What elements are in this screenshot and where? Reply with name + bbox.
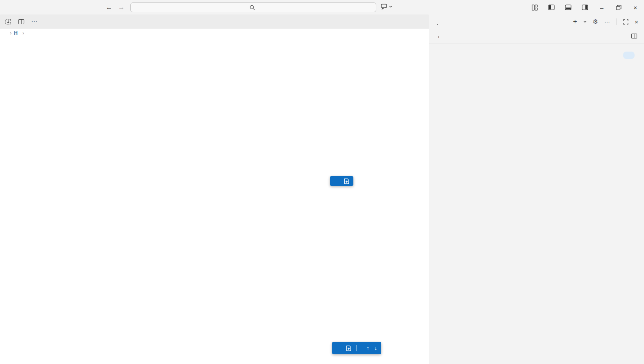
diff-widget-global: ↑ ↓ xyxy=(332,342,381,354)
close-window-icon[interactable]: × xyxy=(631,3,640,12)
back-icon[interactable]: ← xyxy=(437,32,443,40)
toggle-sidebar-right-icon[interactable] xyxy=(580,3,589,12)
divider xyxy=(617,18,617,25)
chat-panel: + ⚙ ⋯ × ← xyxy=(429,15,644,364)
gear-icon[interactable]: ⚙ xyxy=(593,18,598,25)
restore-icon[interactable] xyxy=(614,3,623,12)
chevron-down-icon[interactable] xyxy=(583,20,587,23)
search-input[interactable] xyxy=(130,2,376,12)
search-icon xyxy=(250,5,255,10)
user-message xyxy=(623,52,635,59)
file-add-icon[interactable] xyxy=(344,178,349,184)
previous-change-icon[interactable]: ↑ xyxy=(366,345,369,351)
tab-chat[interactable] xyxy=(437,18,438,25)
chat-messages[interactable] xyxy=(429,43,644,364)
file-add-icon[interactable] xyxy=(346,345,351,351)
copilot-icon xyxy=(380,3,388,10)
minimap[interactable] xyxy=(372,34,422,112)
toggle-sidebar-left-icon[interactable] xyxy=(547,3,556,12)
more-icon[interactable]: ⋯ xyxy=(604,18,610,25)
chat-header: + ⚙ ⋯ × xyxy=(429,15,644,29)
next-change-icon[interactable]: ↓ xyxy=(374,345,377,351)
forward-arrow-icon[interactable]: → xyxy=(118,4,125,11)
open-in-editor-icon[interactable] xyxy=(631,33,637,39)
code-editor[interactable]: › H › ↑ ↓ xyxy=(0,29,429,364)
new-chat-icon[interactable]: + xyxy=(573,18,577,26)
maximize-panel-icon[interactable] xyxy=(623,19,628,25)
diff-widget-inline xyxy=(330,176,353,186)
window-titlebar: ← → – × xyxy=(0,0,644,15)
layout-grid-icon[interactable] xyxy=(530,3,539,12)
divider xyxy=(356,345,357,351)
split-editor-icon[interactable] xyxy=(18,19,25,25)
toggle-panel-icon[interactable] xyxy=(564,3,573,12)
more-actions-icon[interactable]: ⋯ xyxy=(31,18,38,25)
minimize-icon[interactable]: – xyxy=(597,3,606,12)
chat-subheader: ← xyxy=(429,29,644,43)
menu-help[interactable] xyxy=(3,2,11,13)
editor-tabbar: ⋯ xyxy=(0,15,429,29)
close-panel-icon[interactable]: × xyxy=(635,18,638,25)
overview-ruler[interactable] xyxy=(421,29,425,364)
chevron-down-icon xyxy=(389,5,392,8)
open-changes-icon[interactable] xyxy=(5,18,11,25)
code-area[interactable] xyxy=(0,29,429,364)
back-arrow-icon[interactable]: ← xyxy=(106,4,112,11)
copilot-menu[interactable] xyxy=(380,3,392,10)
